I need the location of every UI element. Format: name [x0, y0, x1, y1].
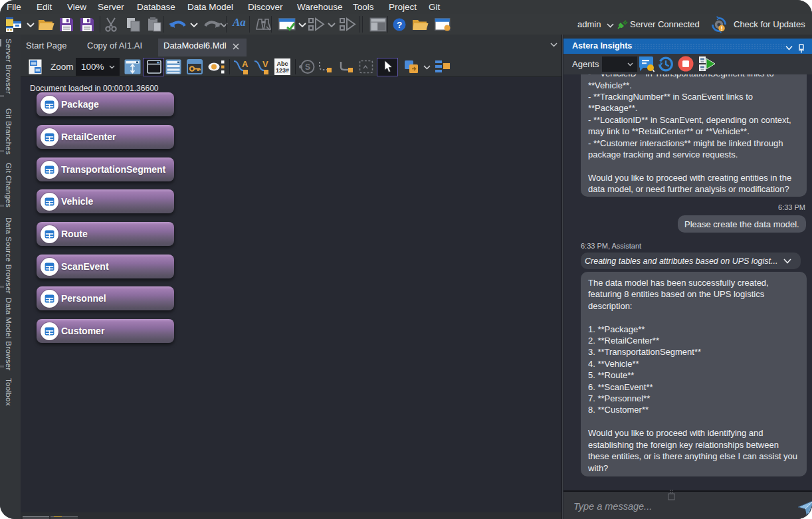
svg-text:V: V	[262, 59, 268, 69]
svg-text:123#: 123#	[276, 67, 289, 74]
svg-text:Abc: Abc	[276, 60, 288, 67]
svg-text:S: S	[305, 62, 310, 72]
svg-text:?: ?	[397, 20, 402, 30]
svg-text:A: A	[242, 59, 249, 69]
